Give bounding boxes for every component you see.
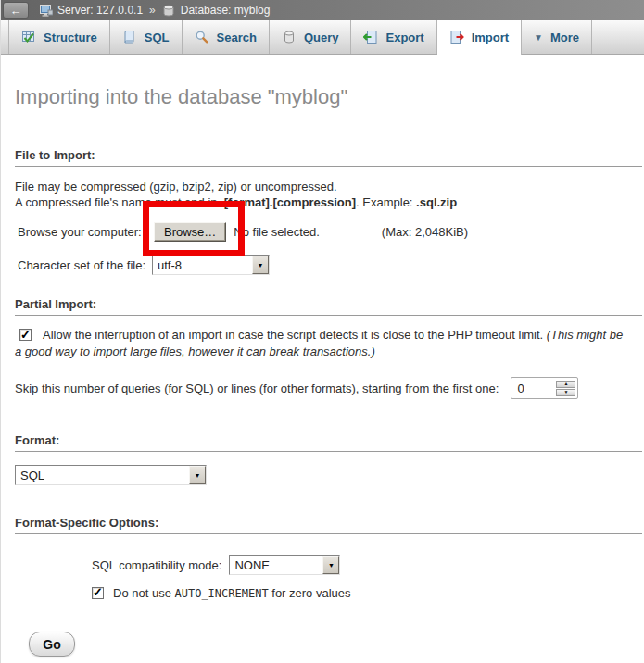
skip-queries-label: Skip this number of queries (for SQL) or… [15,382,499,395]
dropdown-arrow-button[interactable]: ▼ [252,256,269,274]
charset-label: Character set of the file: [18,258,152,272]
dropdown-arrow-button[interactable]: ▼ [189,466,206,484]
format-compression-pattern: .[format].[compression] [221,195,356,209]
tab-search[interactable]: Search [183,20,270,54]
section-heading-format: Format: [15,433,642,452]
browse-button[interactable]: Browse… [154,222,226,242]
go-button[interactable]: Go [29,632,75,657]
allow-interruption-label: Allow the interruption of an import in c… [43,328,547,342]
search-icon [195,30,209,44]
spinner-down-icon: ▼ [563,390,568,394]
spinner-up-button[interactable]: ▲ [556,381,575,388]
tab-export[interactable]: Export [351,20,436,54]
server-icon [39,4,53,18]
auto-increment-code: AUTO_INCREMENT [175,587,269,600]
tab-import[interactable]: Import [437,20,522,55]
export-icon [363,30,378,44]
tab-label: Export [385,31,423,44]
import-icon [449,30,464,44]
auto-increment-checkbox[interactable]: ✓ [92,587,104,599]
chevron-down-icon: ▼ [258,262,264,269]
check-icon: ✓ [93,585,103,599]
back-button[interactable]: ← [3,2,29,19]
spinner-buttons: ▲ ▼ [556,381,575,396]
allow-interruption-checkbox[interactable]: ✓ [19,329,32,341]
phpmyadmin-import-page: ← Server: 127.0.0.1 » Database: myblog S… [0,0,644,663]
spinner-down-button[interactable]: ▼ [556,389,575,396]
tab-label: Import [472,31,509,44]
auto-increment-row: ✓ Do not use AUTO_INCREMENT for zero val… [92,586,644,600]
example-extension: .sql.zip [416,195,457,209]
format-select[interactable]: SQL ▼ [15,465,207,485]
skip-queries-value: 0 [513,382,556,395]
skip-queries-row: Skip this number of queries (for SQL) or… [15,377,644,399]
tab-bar: Structure SQL Search Query Export [1,20,644,55]
page-title: Importing into the database "myblog" [15,85,644,109]
tab-label: Search [217,31,257,44]
charset-row: Character set of the file: utf-8 ▼ [18,255,644,275]
skip-queries-input[interactable]: 0 ▲ ▼ [511,377,578,399]
sql-compatibility-label: SQL compatibility mode: [92,558,221,572]
charset-select[interactable]: utf-8 ▼ [152,255,270,275]
chevron-down-icon: ▼ [195,472,201,479]
tab-label: Query [304,31,339,44]
database-icon [162,4,176,18]
breadcrumb-bar: ← Server: 127.0.0.1 » Database: myblog [1,0,644,20]
format-selected-value: SQL [16,466,189,484]
tab-label: SQL [145,31,170,44]
allow-interruption-row: ✓Allow the interruption of an import in … [15,327,627,359]
sql-compatibility-value: NONE [230,556,322,574]
structure-icon [21,30,36,44]
example-text: . Example: [356,195,416,209]
tab-structure[interactable]: Structure [8,20,110,54]
tab-sql[interactable]: SQL [110,20,183,54]
back-arrow-icon: ← [10,5,22,17]
breadcrumb-database[interactable]: Database: myblog [181,4,271,17]
compression-note: File may be compressed (gzip, bzip2, zip… [15,179,630,210]
compression-note-line2: A compressed file's name must end in [15,195,221,209]
chevron-down-icon: ▼ [534,32,543,43]
tab-more[interactable]: ▼ More [522,20,592,54]
tab-label: More [550,31,579,44]
sql-compatibility-select[interactable]: NONE ▼ [229,555,340,575]
section-heading-format-specific: Format-Specific Options: [15,516,642,534]
breadcrumb-separator: » [149,4,156,17]
breadcrumb-server[interactable]: Server: 127.0.0.1 [57,4,143,17]
browse-label: Browse your computer: [18,225,154,239]
format-row: SQL ▼ [15,465,644,485]
no-file-selected-text: No file selected. [234,225,320,239]
sql-compatibility-row: SQL compatibility mode: NONE ▼ [92,555,644,575]
charset-selected-value: utf-8 [153,256,252,274]
section-heading-file-to-import: File to Import: [15,148,642,167]
auto-increment-label: Do not use AUTO_INCREMENT for zero value… [113,586,351,600]
sql-icon [122,30,137,44]
tab-label: Structure [44,31,97,44]
section-heading-partial-import: Partial Import: [15,297,642,316]
spinner-up-icon: ▲ [563,382,568,386]
compression-note-line1: File may be compressed (gzip, bzip2, zip… [15,180,337,194]
dropdown-arrow-button[interactable]: ▼ [322,556,339,574]
query-icon [282,30,297,44]
chevron-down-icon: ▼ [328,562,335,569]
browse-row: Browse your computer: Browse… No file se… [18,222,644,242]
check-icon: ✓ [20,327,31,344]
tab-query[interactable]: Query [270,20,352,54]
max-size-note: (Max: 2,048KiB) [382,225,468,239]
